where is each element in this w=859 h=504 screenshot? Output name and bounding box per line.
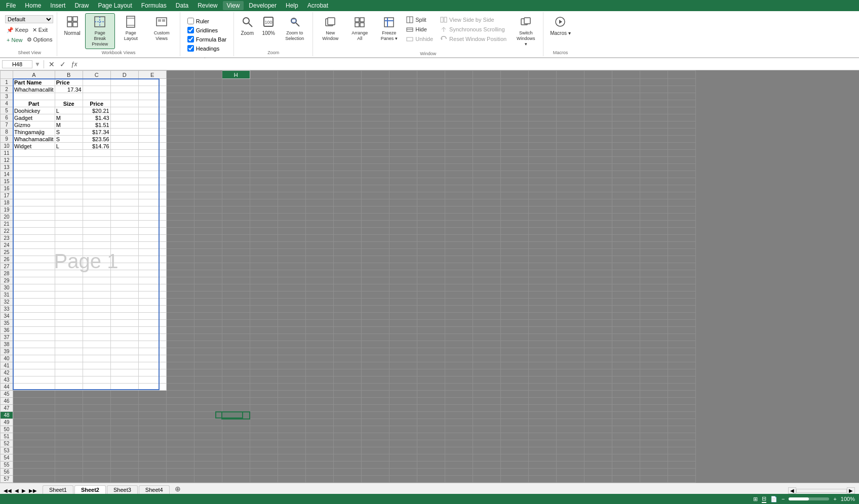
cell[interactable]	[138, 419, 166, 426]
cell[interactable]	[278, 369, 305, 376]
cell[interactable]	[222, 221, 250, 228]
cell[interactable]	[55, 313, 83, 320]
cell[interactable]	[166, 469, 194, 476]
cell[interactable]	[55, 447, 83, 454]
cell[interactable]	[333, 476, 361, 483]
cell[interactable]	[194, 256, 222, 263]
cell[interactable]: Whachamacallit	[13, 86, 55, 93]
cell[interactable]	[138, 277, 166, 284]
cell[interactable]	[445, 440, 473, 447]
cell[interactable]	[333, 93, 361, 100]
cell[interactable]	[361, 121, 389, 129]
cell[interactable]	[445, 483, 473, 483]
cell[interactable]	[305, 178, 333, 185]
options-button[interactable]: ⚙ Options	[25, 36, 54, 44]
cell[interactable]	[528, 440, 556, 447]
cell[interactable]	[222, 398, 250, 405]
cell[interactable]	[250, 284, 278, 291]
cell[interactable]	[445, 376, 473, 384]
cell[interactable]	[445, 235, 473, 242]
cell[interactable]	[222, 93, 250, 100]
cell[interactable]	[445, 164, 473, 171]
cell[interactable]	[473, 206, 500, 214]
cell[interactable]	[305, 143, 333, 150]
cell[interactable]	[194, 426, 222, 433]
cell[interactable]	[640, 469, 668, 476]
cell[interactable]	[110, 412, 138, 419]
cell[interactable]	[556, 157, 584, 164]
cell[interactable]	[138, 199, 166, 206]
cell[interactable]	[612, 327, 640, 334]
cell[interactable]	[417, 136, 445, 143]
cell[interactable]	[389, 454, 417, 461]
cell[interactable]	[389, 79, 417, 86]
cell[interactable]	[166, 242, 194, 249]
cell[interactable]	[389, 242, 417, 249]
cell[interactable]	[83, 221, 110, 228]
cell[interactable]	[528, 143, 556, 150]
cell[interactable]	[83, 313, 110, 320]
cell[interactable]	[333, 228, 361, 235]
cell[interactable]	[528, 398, 556, 405]
cell[interactable]	[473, 192, 500, 199]
cell[interactable]	[556, 214, 584, 221]
cell[interactable]	[556, 355, 584, 362]
cell[interactable]	[640, 405, 668, 412]
cell[interactable]	[500, 306, 528, 313]
cell[interactable]	[55, 157, 83, 164]
cell[interactable]	[417, 391, 445, 398]
cell[interactable]: Part	[13, 100, 55, 107]
cell[interactable]	[194, 398, 222, 405]
cell[interactable]	[473, 256, 500, 263]
cell[interactable]	[13, 433, 55, 440]
cell[interactable]	[612, 376, 640, 384]
cell[interactable]	[333, 157, 361, 164]
cell[interactable]	[473, 199, 500, 206]
cell[interactable]	[166, 483, 194, 483]
cell[interactable]	[305, 454, 333, 461]
cell[interactable]	[417, 164, 445, 171]
row-header[interactable]: 3	[1, 93, 13, 100]
cell[interactable]	[13, 362, 55, 369]
cell[interactable]	[389, 376, 417, 384]
cell[interactable]	[612, 426, 640, 433]
cell[interactable]	[305, 171, 333, 178]
cell[interactable]	[55, 454, 83, 461]
cell[interactable]	[361, 334, 389, 341]
cell[interactable]	[13, 291, 55, 299]
cell[interactable]	[361, 164, 389, 171]
cell[interactable]	[278, 348, 305, 355]
row-header[interactable]: 7	[1, 121, 13, 129]
cell[interactable]	[55, 483, 83, 483]
cell[interactable]	[417, 79, 445, 86]
cell[interactable]	[194, 136, 222, 143]
cell[interactable]	[166, 178, 194, 185]
cell[interactable]	[500, 93, 528, 100]
cell[interactable]	[612, 405, 640, 412]
cell[interactable]	[612, 228, 640, 235]
view-normal-icon[interactable]: ⊞	[753, 496, 758, 502]
cell[interactable]	[278, 320, 305, 327]
cell[interactable]	[194, 362, 222, 369]
cell[interactable]	[668, 447, 695, 454]
cell[interactable]	[473, 86, 500, 93]
cell[interactable]	[250, 206, 278, 214]
cell[interactable]	[528, 284, 556, 291]
spreadsheet-container[interactable]: A B C D E F G H I J K L M N O	[0, 70, 859, 483]
cell[interactable]	[138, 206, 166, 214]
cell[interactable]	[640, 185, 668, 192]
col-header-C[interactable]: C	[83, 71, 110, 79]
switch-windows-button[interactable]: Switch Windows ▾	[512, 14, 540, 49]
cell[interactable]	[473, 270, 500, 277]
cell[interactable]	[389, 185, 417, 192]
cell[interactable]	[110, 214, 138, 221]
cell[interactable]	[556, 192, 584, 199]
cell[interactable]	[417, 334, 445, 341]
cell[interactable]	[222, 341, 250, 348]
cell[interactable]	[389, 143, 417, 150]
row-header[interactable]: 57	[1, 476, 13, 483]
cell[interactable]	[500, 284, 528, 291]
cell[interactable]	[473, 185, 500, 192]
cell[interactable]	[305, 461, 333, 469]
cell[interactable]	[83, 306, 110, 313]
